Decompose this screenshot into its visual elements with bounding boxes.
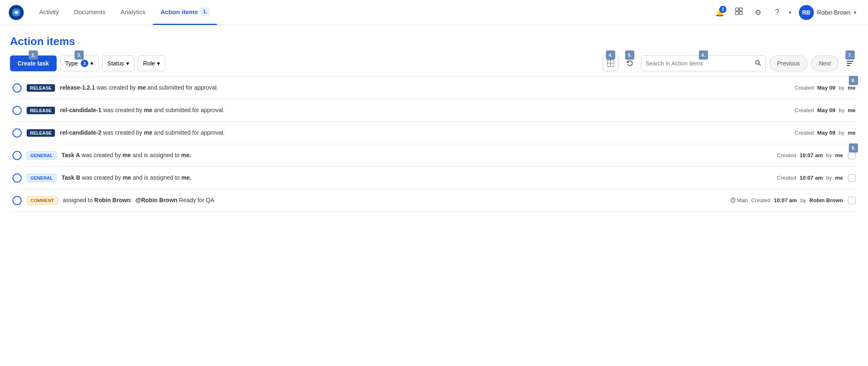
item-checkbox-5[interactable] [12,173,22,183]
item-meta-3: Created May 09 by me [795,130,856,136]
svg-rect-6 [736,12,738,15]
app-logo[interactable] [8,5,24,20]
item-text-1: release-1.2.1 was created by me and subm… [60,84,790,92]
toolbar: 2. Create task 3. Type 3 ▾ Status ▾ Role… [10,55,858,77]
create-task-wrap: 2. Create task [10,55,57,71]
sort-icon-wrap: 7. [842,55,858,71]
search-box [641,55,766,71]
type-caret-icon: ▾ [90,60,93,67]
avatar: RB [799,5,814,20]
list-item: 9. GENERAL Task A was created by me and … [10,144,858,167]
item-done-checkbox-4[interactable] [848,152,856,159]
list-item: COMMENT assigned to Robin Brown: @Robin … [10,189,858,212]
item-done-checkbox-5[interactable] [848,174,856,182]
notifications-button[interactable]: 🔔 3 [712,5,727,20]
previous-button[interactable]: Previous [769,55,808,71]
item-meta-1: Created May 09 by me [795,85,856,91]
search-input[interactable] [646,60,755,67]
help-icon: ? [775,8,779,17]
svg-rect-7 [739,12,742,15]
svg-point-16 [733,199,734,201]
annotation-9: 9. [849,143,858,153]
svg-rect-4 [736,8,738,11]
item-checkbox-1[interactable] [12,83,22,93]
tab-documents[interactable]: Documents [67,0,113,25]
type-dropdown[interactable]: Type 3 ▾ [60,55,99,71]
item-text-4: Task A was created by me and is assigned… [62,151,772,160]
item-checkbox-3[interactable] [12,128,22,138]
search-icon[interactable] [755,60,761,68]
action-items-list: 8. RELEASE release-1.2.1 was created by … [10,77,858,212]
list-item: RELEASE rel-candidate-2 was created by m… [10,122,858,144]
svg-rect-5 [739,8,742,11]
caret-icon: ▾ [789,10,791,15]
add-crosshair-button[interactable] [603,55,619,71]
item-tag-3: RELEASE [27,129,55,137]
help-button[interactable]: ? [770,5,785,20]
user-caret-icon: ▾ [854,10,856,15]
status-dropdown[interactable]: Status ▾ [102,55,135,71]
item-tag-5: GENERAL [27,174,57,182]
item-tag-6: COMMENT [27,196,58,205]
nav-right-icons: 🔔 3 ⚙ ? ▾ RB Robin Brown ▾ [712,3,860,22]
item-checkbox-2[interactable] [12,106,22,115]
gear-icon: ⚙ [755,8,761,17]
add-icon-wrap: 4. [603,55,619,71]
item-text-2: rel-candidate-1 was created by me and su… [60,106,790,115]
sort-button[interactable] [842,55,858,71]
role-caret-icon: ▾ [157,60,160,67]
item-tag-4: GENERAL [27,151,57,160]
nav-tabs: Activity Documents Analytics Action item… [32,0,712,25]
user-name: Robin Brown [817,9,851,16]
page-title: Action items [10,35,858,48]
annotation-8: 8. [849,76,858,85]
role-dropdown[interactable]: Role ▾ [138,55,166,71]
settings-button[interactable]: ⚙ [751,5,766,20]
status-caret-icon: ▾ [126,60,129,67]
undo-button[interactable] [622,55,638,71]
list-item: 8. RELEASE release-1.2.1 was created by … [10,77,858,99]
item-meta-2: Created May 09 by me [795,107,856,113]
item-text-5: Task B was created by me and is assigned… [62,174,772,182]
item-text-6: assigned to Robin Brown: @Robin Brown Re… [63,196,726,205]
item-location: Main [731,198,748,203]
item-text-3: rel-candidate-2 was created by me and su… [60,129,790,137]
list-item: GENERAL Task B was created by me and is … [10,167,858,189]
item-checkbox-4[interactable] [12,151,22,160]
top-navigation: Activity Documents Analytics Action item… [0,0,868,25]
tab-activity[interactable]: Activity [32,0,67,25]
item-done-checkbox-6[interactable] [848,197,856,204]
undo-icon-wrap: 5. [622,55,638,71]
svg-point-3 [15,11,18,14]
item-meta-4: Created 10:07 am by me [777,152,843,158]
notifications-badge: 3 [719,6,726,13]
grid-button[interactable] [731,5,746,20]
next-button[interactable]: Next [811,55,839,71]
role-dropdown-wrap: Role ▾ [138,55,166,71]
grid-icon [735,7,743,18]
tab-action-items-badge: 1. [200,7,210,16]
tab-analytics[interactable]: Analytics [113,0,153,25]
item-checkbox-6[interactable] [12,196,22,205]
type-dropdown-wrap: 3. Type 3 ▾ [60,55,99,71]
search-wrap: 6. [641,55,766,71]
status-dropdown-wrap: Status ▾ [102,55,135,71]
user-menu[interactable]: RB Robin Brown ▾ [796,3,860,22]
item-meta-5: Created 10:07 am by me [777,175,843,181]
page-content: Action items 2. Create task 3. Type 3 ▾ … [0,25,868,212]
item-tag-1: RELEASE [27,84,55,92]
item-meta-6: Main Created 10:07 am by Robin Brown [731,197,843,203]
tab-action-items[interactable]: Action items 1. [153,0,217,25]
type-badge: 3 [81,60,88,67]
create-task-button[interactable]: Create task [10,55,57,71]
svg-line-12 [759,64,761,65]
item-tag-2: RELEASE [27,107,55,114]
list-item: RELEASE rel-candidate-1 was created by m… [10,99,858,122]
